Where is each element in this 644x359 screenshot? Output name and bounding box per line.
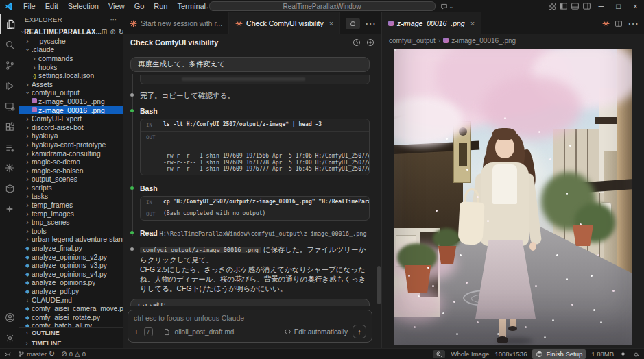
zoom-tool-icon[interactable] <box>433 350 445 358</box>
tree-item[interactable]: analyze_pdf.py <box>19 287 123 296</box>
chat-input[interactable] <box>134 314 366 322</box>
tree-item[interactable]: commands <box>19 54 123 63</box>
zoom-mode-label[interactable]: Whole Image <box>451 350 489 358</box>
tab-check-comfyui-visibility[interactable]: Check ComfyUI visibility × <box>229 12 340 34</box>
settings-gear-icon[interactable] <box>0 327 19 348</box>
problems-status[interactable]: ⊘ 0 △ 0 <box>61 350 86 358</box>
history-clock-icon[interactable] <box>353 38 361 47</box>
toggle-panel-icon[interactable] <box>569 0 581 12</box>
new-file-icon[interactable]: ⊞ <box>102 28 107 36</box>
remote-explorer-icon[interactable] <box>0 96 19 116</box>
more-actions-icon[interactable]: ⋯ <box>628 17 639 30</box>
tree-item[interactable]: __pycache__ <box>19 37 123 46</box>
tree-item[interactable]: hyakuya <box>19 132 123 141</box>
breadcrumb[interactable]: comfyui_output › z-image_00016_.png <box>382 34 644 47</box>
tree-item[interactable]: hyakuya-card-prototype <box>19 140 123 149</box>
sparkle-icon[interactable] <box>0 199 19 219</box>
claude-icon[interactable] <box>602 20 610 27</box>
tree-item[interactable]: hooks <box>19 63 123 72</box>
tree-item[interactable]: comfy_aisei_camera_move.py <box>19 304 123 313</box>
new-folder-icon[interactable]: ⊕ <box>110 28 115 36</box>
tree-item[interactable]: magic-se-haisen <box>19 166 123 175</box>
lock-icon[interactable] <box>346 18 360 29</box>
menu-item[interactable]: Go <box>130 2 150 10</box>
tree-item[interactable]: discord-aisei-bot <box>19 123 123 132</box>
outline-section[interactable]: › OUTLINE <box>19 327 123 338</box>
minimize-button[interactable]: ─ <box>593 0 610 12</box>
tool-call-read[interactable]: Read H:\RealTimeParallaxWindow\comfyui_o… <box>140 228 370 238</box>
tab-start-new-session[interactable]: Start new session with r... <box>123 12 229 34</box>
tree-item[interactable]: settings.local.json <box>19 71 123 80</box>
tree-item[interactable]: Assets <box>19 80 123 89</box>
tree-item[interactable]: urban-legend-adventure-standalone <box>19 236 123 245</box>
workspace-root[interactable]: › REALTIMEPARALLAX... ⊞ ⊕ ↻ ⊟ <box>19 26 123 37</box>
search-icon[interactable] <box>0 34 19 55</box>
menu-item[interactable]: View <box>104 2 130 10</box>
tree-item[interactable]: temp_images <box>19 210 123 219</box>
tree-item[interactable]: comfyui_output <box>19 89 123 98</box>
run-debug-icon[interactable] <box>0 75 19 96</box>
tool-call-bash[interactable]: Bash <box>140 184 370 193</box>
chat-input-box[interactable]: + / oiioii_post_draft.md Edit automatica… <box>128 310 372 343</box>
3d-box-icon[interactable] <box>0 178 19 199</box>
timeline-section[interactable]: › TIMELINE <box>19 338 123 348</box>
close-tab-icon[interactable]: × <box>329 19 333 27</box>
tool-call-bash[interactable]: Bash <box>140 106 370 116</box>
tree-item[interactable]: .claude <box>19 46 123 55</box>
tree-item[interactable]: analyze_final.py <box>19 244 123 253</box>
explorer-icon[interactable] <box>0 14 19 34</box>
tree-item[interactable]: z-image_00016_.png <box>19 106 123 115</box>
scrollbar-thumb[interactable] <box>377 266 381 304</box>
explorer-more-icon[interactable]: ⋯ <box>110 16 117 23</box>
git-branch-status[interactable]: master ↻ <box>18 349 55 358</box>
menu-item[interactable]: Selection <box>63 2 104 10</box>
tree-item[interactable]: comfy_aisei_rotate.py <box>19 313 123 322</box>
sync-icon[interactable]: ↻ <box>49 349 55 358</box>
tree-item[interactable]: tools <box>19 227 123 236</box>
toggle-sidebar-icon[interactable] <box>558 0 569 12</box>
tree-item[interactable]: temp_frames <box>19 201 123 210</box>
account-icon[interactable] <box>0 307 19 327</box>
customize-layout-icon[interactable] <box>546 0 558 12</box>
edit-mode-selector[interactable]: Edit automatically <box>284 328 348 336</box>
tree-item[interactable]: magic-se-demo <box>19 158 123 166</box>
more-actions-icon[interactable]: ⋯ <box>365 17 376 30</box>
tree-item[interactable]: analyze_opinions_v3.py <box>19 261 123 270</box>
maximize-button[interactable]: □ <box>610 0 627 12</box>
command-center-search[interactable]: RealTimeParallaxWindow <box>209 1 436 11</box>
tree-item[interactable]: comfy_batch_all.py <box>19 322 123 327</box>
tree-item[interactable]: kamidrama-consulting <box>19 149 123 158</box>
close-tab-icon[interactable]: × <box>470 19 475 27</box>
split-editor-icon[interactable] <box>615 20 623 27</box>
claude-icon[interactable] <box>0 158 19 178</box>
tab-image-preview[interactable]: z-image_00016_.png × <box>382 12 481 34</box>
finish-setup-button[interactable]: Finish Setup <box>532 349 586 359</box>
menu-item[interactable]: File <box>19 2 40 10</box>
back-arrow-icon[interactable]: ← <box>189 2 197 10</box>
tree-item[interactable]: analyze_opinions.py <box>19 279 123 288</box>
source-control-icon[interactable] <box>0 55 19 75</box>
tree-item[interactable]: analyze_opinions_v2.py <box>19 253 123 262</box>
tree-item[interactable]: analyze_opinions_v4.py <box>19 270 123 279</box>
send-button[interactable]: ↑ <box>353 325 366 338</box>
tree-item[interactable]: tasks <box>19 193 123 201</box>
toggle-secondary-sidebar-icon[interactable] <box>581 0 593 12</box>
copilot-sparkle-icon[interactable] <box>619 350 627 358</box>
menu-item[interactable]: Run <box>149 2 172 10</box>
extensions-icon[interactable] <box>0 116 19 137</box>
new-session-icon[interactable] <box>366 38 374 47</box>
close-button[interactable]: × <box>627 0 644 12</box>
slash-command-icon[interactable]: / <box>144 327 153 336</box>
copilot-menu-button[interactable]: ⌄ <box>440 1 454 11</box>
attachment-name[interactable]: oiioii_post_draft.md <box>175 328 235 336</box>
tree-item[interactable]: CLAUDE.md <box>19 296 123 305</box>
menu-item[interactable]: Edit <box>40 2 63 10</box>
tree-item[interactable]: scripts <box>19 184 123 193</box>
tree-item[interactable]: output_scenes <box>19 175 123 184</box>
todo-list-icon[interactable] <box>0 137 19 158</box>
tree-item[interactable]: tmp_scenes <box>19 218 123 227</box>
remote-indicator[interactable] <box>4 351 12 358</box>
tree-item[interactable]: z-image_00015_.png <box>19 97 123 106</box>
attach-plus-icon[interactable]: + <box>134 327 139 337</box>
tree-item[interactable]: ComfyUI-Expert <box>19 114 123 123</box>
